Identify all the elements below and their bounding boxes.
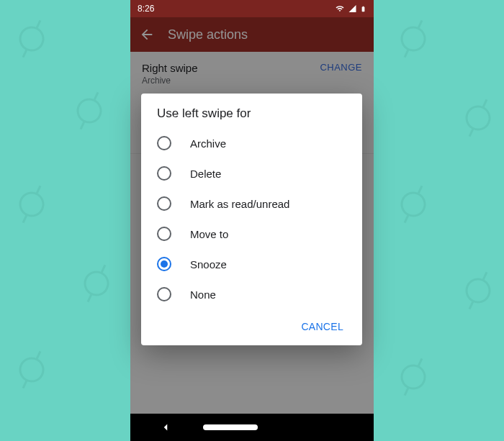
svg-line-14 (35, 351, 42, 358)
radio-list: ArchiveDeleteMark as read/unreadMove toS… (141, 128, 362, 309)
svg-line-23 (416, 186, 423, 193)
nav-back-icon[interactable] (159, 421, 172, 434)
svg-point-9 (81, 268, 111, 298)
svg-line-1 (21, 50, 28, 57)
radio-icon (157, 287, 171, 301)
radio-option[interactable]: Archive (141, 128, 362, 158)
radio-option[interactable]: Snooze (141, 249, 362, 279)
svg-point-24 (463, 276, 492, 305)
battery-icon (360, 4, 366, 14)
radio-icon (157, 196, 171, 211)
svg-line-10 (86, 294, 93, 301)
wifi-icon (335, 4, 345, 13)
svg-line-28 (402, 388, 410, 395)
radio-icon (157, 166, 171, 181)
svg-point-15 (398, 24, 428, 53)
radio-label: Move to (190, 228, 228, 240)
left-swipe-dialog: Use left swipe for ArchiveDeleteMark as … (141, 94, 362, 345)
radio-option[interactable]: Delete (141, 158, 362, 188)
svg-line-16 (402, 50, 410, 57)
svg-line-25 (467, 301, 474, 309)
svg-line-26 (481, 272, 488, 279)
svg-line-8 (35, 186, 42, 193)
svg-line-11 (99, 265, 107, 272)
radio-option[interactable]: Move to (141, 219, 362, 249)
svg-line-4 (78, 122, 86, 129)
status-time: 8:26 (138, 4, 154, 14)
svg-line-20 (481, 99, 488, 106)
svg-line-13 (21, 381, 28, 388)
radio-label: None (190, 288, 216, 301)
system-nav-bar (130, 414, 374, 441)
svg-line-2 (35, 20, 42, 27)
svg-point-6 (17, 189, 46, 219)
radio-option[interactable]: None (141, 279, 362, 309)
cancel-button[interactable]: CANCEL (295, 317, 349, 337)
svg-line-17 (416, 20, 423, 27)
svg-point-3 (74, 96, 104, 125)
radio-label: Mark as read/unread (190, 198, 289, 210)
svg-line-5 (92, 92, 99, 99)
radio-option[interactable]: Mark as read/unread (141, 188, 362, 219)
status-bar: 8:26 (130, 0, 374, 17)
radio-label: Archive (190, 137, 226, 150)
nav-home-pill[interactable] (203, 424, 258, 430)
radio-icon (157, 257, 171, 271)
radio-label: Snooze (190, 258, 227, 270)
svg-point-18 (463, 103, 492, 132)
svg-line-22 (402, 215, 410, 222)
svg-line-7 (21, 215, 28, 222)
radio-label: Delete (190, 168, 221, 180)
svg-point-27 (398, 362, 428, 391)
dialog-title: Use left swipe for (141, 106, 362, 128)
signal-icon (348, 4, 357, 13)
svg-point-12 (17, 355, 46, 384)
radio-icon (157, 136, 171, 150)
svg-line-19 (467, 129, 474, 136)
svg-line-29 (416, 358, 423, 365)
radio-icon (157, 227, 171, 241)
svg-point-21 (398, 189, 428, 219)
status-icons (335, 4, 366, 14)
svg-point-0 (17, 24, 46, 53)
